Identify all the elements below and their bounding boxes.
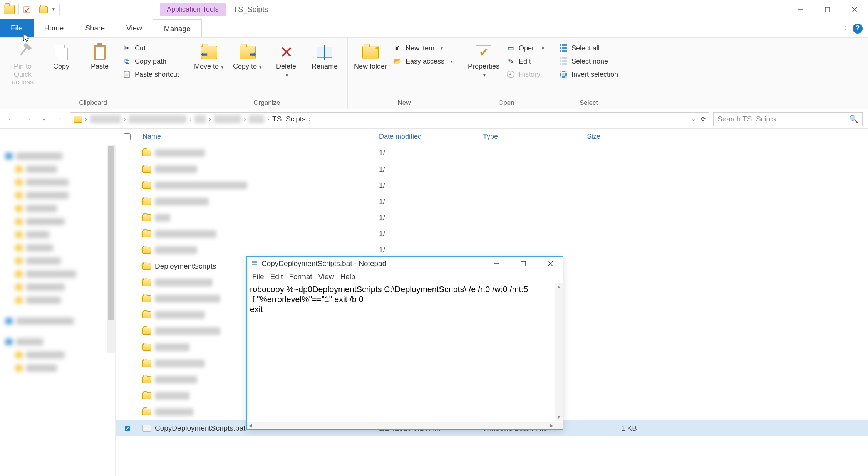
search-input[interactable]: Search TS_Scipts 🔍	[713, 112, 863, 126]
forward-button[interactable]: →	[22, 113, 34, 125]
notepad-menu-file[interactable]: File	[250, 272, 266, 282]
column-header-date[interactable]: Date modified	[379, 133, 483, 141]
folder-icon	[142, 376, 151, 383]
folder-icon	[142, 214, 151, 221]
paste-shortcut-icon: 📋	[122, 70, 131, 79]
list-item[interactable]: 1/	[116, 210, 868, 226]
ribbon: Pin to Quick access Copy Paste ✂Cut ⧉Cop…	[0, 38, 868, 109]
notepad-text-area[interactable]: robocopy %~dp0DeploymentScripts C:\Deplo…	[247, 283, 563, 429]
file-date: 1/	[379, 149, 483, 157]
tab-view[interactable]: View	[116, 19, 153, 37]
folder-icon	[142, 409, 151, 415]
recent-locations-button[interactable]: ⌄	[38, 113, 50, 125]
navigation-pane[interactable]	[0, 145, 116, 476]
address-dropdown-icon[interactable]: ⌄	[692, 116, 695, 122]
ribbon-group-organize: ⬅ Move to▼ ➡ Copy to▼ ✕ Delete▼ Rename O…	[186, 38, 348, 109]
maximize-button[interactable]	[814, 1, 841, 19]
rename-button[interactable]: Rename	[307, 42, 343, 71]
address-bar[interactable]: › › › › › › TS_Scipts › ⌄ ⟳	[70, 112, 709, 126]
file-date: 1/	[379, 230, 483, 238]
easy-access-button[interactable]: 📂Easy access▼	[393, 57, 454, 66]
file-name-redacted	[155, 343, 189, 351]
folder-icon	[142, 360, 151, 367]
invert-selection-button[interactable]: Invert selection	[559, 70, 618, 79]
list-item[interactable]: 1/	[116, 177, 868, 193]
column-header-size[interactable]: Size	[587, 133, 652, 141]
copy-path-button[interactable]: ⧉Copy path	[122, 57, 179, 66]
move-to-button[interactable]: ⬅ Move to▼	[191, 42, 227, 71]
batch-file-icon	[142, 425, 151, 432]
select-all-checkbox[interactable]	[124, 133, 131, 140]
new-folder-button[interactable]: ✦ New folder	[352, 42, 389, 71]
notepad-maximize-button[interactable]	[515, 258, 532, 269]
notepad-titlebar[interactable]: CopyDeploymentScripts.bat - Notepad	[247, 257, 563, 271]
list-item[interactable]: 1/	[116, 242, 868, 258]
file-name-redacted	[155, 149, 205, 157]
explorer-body: 1/1/1/1/1/1/1/DeploymentScripts1/1/1/1/1…	[0, 145, 868, 476]
notepad-resize-grip[interactable]	[555, 422, 563, 429]
move-to-icon: ⬅	[201, 46, 217, 59]
list-item[interactable]: 1/	[116, 226, 868, 242]
minimize-button[interactable]	[787, 1, 814, 19]
svg-rect-0	[24, 7, 30, 13]
open-button[interactable]: ▭Open▼	[506, 44, 545, 52]
easy-access-icon: 📂	[393, 57, 402, 66]
new-item-icon: 🗎	[393, 44, 402, 52]
notepad-horizontal-scrollbar[interactable]: ◀▶	[247, 422, 555, 429]
paste-button[interactable]: Paste	[82, 42, 118, 71]
list-item[interactable]: 1/	[116, 145, 868, 161]
row-checkbox[interactable]	[125, 426, 130, 431]
tab-home[interactable]: Home	[34, 19, 75, 37]
qat-dropdown-icon[interactable]: ▼	[52, 7, 55, 12]
file-date: 1/	[379, 165, 483, 173]
ribbon-group-new: ✦ New folder 🗎New item▼ 📂Easy access▼ Ne…	[348, 38, 461, 109]
column-header-type[interactable]: Type	[483, 133, 587, 141]
notepad-menu-format[interactable]: Format	[287, 272, 314, 282]
select-none-button[interactable]: Select none	[559, 57, 618, 66]
edit-button[interactable]: ✎Edit	[506, 57, 545, 66]
tab-file[interactable]: File	[0, 19, 34, 37]
history-icon: 🕘	[506, 70, 515, 79]
breadcrumb-current[interactable]: TS_Scipts	[272, 115, 306, 123]
open-folder-qat-icon[interactable]	[39, 6, 48, 13]
file-name-redacted	[155, 311, 205, 319]
back-button[interactable]: ←	[5, 113, 18, 125]
notepad-menu-view[interactable]: View	[316, 272, 337, 282]
properties-qat-icon[interactable]	[23, 5, 31, 14]
new-item-button[interactable]: 🗎New item▼	[393, 44, 454, 52]
copy-to-button[interactable]: ➡ Copy to▼	[230, 42, 266, 71]
column-headers: Name Date modified Type Size	[0, 129, 868, 145]
window-title: TS_Scipts	[233, 5, 268, 14]
up-button[interactable]: ↑	[54, 113, 66, 125]
column-header-name[interactable]: Name	[139, 133, 379, 141]
pin-icon	[13, 43, 33, 62]
list-item[interactable]: 1/	[116, 193, 868, 210]
list-item[interactable]: 1/	[116, 161, 868, 177]
properties-button[interactable]: ✔ Properties▼	[466, 42, 502, 78]
tab-manage[interactable]: Manage	[153, 19, 202, 37]
notepad-minimize-button[interactable]	[488, 258, 505, 269]
notepad-menu-edit[interactable]: Edit	[268, 272, 285, 282]
svg-rect-2	[825, 7, 830, 12]
delete-button[interactable]: ✕ Delete▼	[268, 42, 304, 78]
copy-path-icon: ⧉	[122, 57, 131, 66]
history-button[interactable]: 🕘History	[506, 70, 545, 79]
tab-share[interactable]: Share	[74, 19, 116, 37]
copy-button[interactable]: Copy	[43, 42, 79, 71]
select-none-icon	[559, 57, 568, 66]
cut-button[interactable]: ✂Cut	[122, 44, 179, 52]
file-name-redacted	[155, 376, 197, 383]
close-button[interactable]	[841, 1, 868, 19]
notepad-menu-help[interactable]: Help	[338, 272, 357, 282]
collapse-ribbon-icon[interactable]: 〈	[840, 24, 847, 33]
ribbon-group-open: ✔ Properties▼ ▭Open▼ ✎Edit 🕘History Open	[461, 38, 552, 109]
refresh-button[interactable]: ⟳	[701, 115, 706, 123]
notepad-vertical-scrollbar[interactable]: ▲▼	[555, 283, 563, 421]
paste-shortcut-button[interactable]: 📋Paste shortcut	[122, 70, 179, 79]
notepad-close-button[interactable]	[542, 258, 559, 269]
file-name-redacted	[155, 295, 220, 303]
pin-to-quick-access-button[interactable]: Pin to Quick access	[5, 42, 41, 86]
help-button[interactable]: ?	[853, 24, 863, 34]
select-all-button[interactable]: Select all	[559, 44, 618, 52]
folder-icon	[142, 230, 151, 237]
